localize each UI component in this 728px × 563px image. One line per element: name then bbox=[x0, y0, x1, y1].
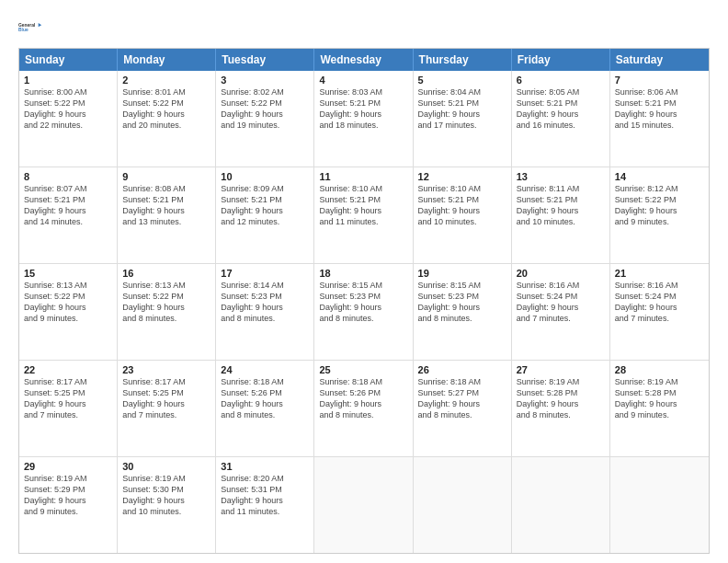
calendar-cell-12: 12Sunrise: 8:10 AMSunset: 5:21 PMDayligh… bbox=[414, 167, 512, 263]
day-num: 23 bbox=[122, 364, 210, 375]
svg-text:Blue: Blue bbox=[18, 28, 28, 32]
day-num: 28 bbox=[615, 364, 704, 375]
calendar-cell-empty-w4d4 bbox=[414, 457, 512, 553]
col-header-tuesday: Tuesday bbox=[216, 49, 314, 71]
day-info: Sunrise: 8:04 AMSunset: 5:21 PMDaylight:… bbox=[418, 87, 482, 130]
day-num: 7 bbox=[615, 75, 704, 86]
week-row-2: 15Sunrise: 8:13 AMSunset: 5:22 PMDayligh… bbox=[19, 263, 709, 360]
day-num: 21 bbox=[615, 268, 704, 279]
day-num: 24 bbox=[221, 364, 309, 375]
calendar-cell-30: 30Sunrise: 8:19 AMSunset: 5:30 PMDayligh… bbox=[118, 457, 216, 553]
calendar-cell-20: 20Sunrise: 8:16 AMSunset: 5:24 PMDayligh… bbox=[512, 264, 610, 360]
calendar-body: 1Sunrise: 8:00 AMSunset: 5:22 PMDaylight… bbox=[19, 71, 709, 553]
col-header-monday: Monday bbox=[118, 49, 216, 71]
day-info: Sunrise: 8:02 AMSunset: 5:22 PMDaylight:… bbox=[221, 87, 284, 130]
calendar-cell-27: 27Sunrise: 8:19 AMSunset: 5:28 PMDayligh… bbox=[512, 361, 610, 456]
day-num: 4 bbox=[319, 75, 407, 86]
calendar-cell-9: 9Sunrise: 8:08 AMSunset: 5:21 PMDaylight… bbox=[118, 167, 216, 263]
day-info: Sunrise: 8:18 AMSunset: 5:26 PMDaylight:… bbox=[221, 377, 284, 419]
col-header-wednesday: Wednesday bbox=[314, 49, 413, 71]
calendar-header: SundayMondayTuesdayWednesdayThursdayFrid… bbox=[19, 49, 709, 71]
day-num: 30 bbox=[122, 461, 210, 472]
day-num: 14 bbox=[615, 171, 704, 182]
day-info: Sunrise: 8:09 AMSunset: 5:21 PMDaylight:… bbox=[221, 184, 284, 226]
day-info: Sunrise: 8:17 AMSunset: 5:25 PMDaylight:… bbox=[122, 377, 186, 419]
day-num: 8 bbox=[24, 171, 112, 182]
calendar-cell-13: 13Sunrise: 8:11 AMSunset: 5:21 PMDayligh… bbox=[512, 167, 610, 263]
calendar-cell-7: 7Sunrise: 8:06 AMSunset: 5:21 PMDaylight… bbox=[610, 71, 709, 167]
calendar-cell-3: 3Sunrise: 8:02 AMSunset: 5:22 PMDaylight… bbox=[216, 71, 314, 167]
calendar-cell-1: 1Sunrise: 8:00 AMSunset: 5:22 PMDaylight… bbox=[19, 71, 118, 167]
calendar-cell-21: 21Sunrise: 8:16 AMSunset: 5:24 PMDayligh… bbox=[610, 264, 709, 360]
logo-icon: General Blue bbox=[18, 15, 44, 40]
calendar-cell-17: 17Sunrise: 8:14 AMSunset: 5:23 PMDayligh… bbox=[216, 264, 314, 360]
week-row-1: 8Sunrise: 8:07 AMSunset: 5:21 PMDaylight… bbox=[19, 167, 709, 263]
calendar-cell-18: 18Sunrise: 8:15 AMSunset: 5:23 PMDayligh… bbox=[314, 264, 413, 360]
day-info: Sunrise: 8:17 AMSunset: 5:25 PMDaylight:… bbox=[24, 377, 87, 419]
calendar-cell-23: 23Sunrise: 8:17 AMSunset: 5:25 PMDayligh… bbox=[118, 361, 216, 456]
day-info: Sunrise: 8:12 AMSunset: 5:22 PMDaylight:… bbox=[615, 184, 678, 226]
day-info: Sunrise: 8:03 AMSunset: 5:21 PMDaylight:… bbox=[319, 87, 382, 130]
day-info: Sunrise: 8:14 AMSunset: 5:23 PMDaylight:… bbox=[221, 281, 284, 323]
day-info: Sunrise: 8:19 AMSunset: 5:30 PMDaylight:… bbox=[122, 474, 186, 516]
day-num: 20 bbox=[517, 268, 605, 279]
day-num: 2 bbox=[122, 75, 210, 86]
day-num: 25 bbox=[319, 364, 407, 375]
page-header: General Blue bbox=[18, 15, 710, 40]
day-info: Sunrise: 8:07 AMSunset: 5:21 PMDaylight:… bbox=[24, 184, 87, 226]
day-num: 17 bbox=[221, 268, 309, 279]
calendar-cell-empty-w4d6 bbox=[610, 457, 709, 553]
col-header-sunday: Sunday bbox=[19, 49, 118, 71]
day-num: 22 bbox=[24, 364, 112, 375]
day-num: 1 bbox=[24, 75, 112, 86]
calendar-cell-24: 24Sunrise: 8:18 AMSunset: 5:26 PMDayligh… bbox=[216, 361, 314, 456]
calendar-cell-28: 28Sunrise: 8:19 AMSunset: 5:28 PMDayligh… bbox=[610, 361, 709, 456]
day-num: 6 bbox=[517, 75, 605, 86]
day-num: 10 bbox=[221, 171, 309, 182]
day-info: Sunrise: 8:16 AMSunset: 5:24 PMDaylight:… bbox=[517, 281, 580, 323]
day-num: 19 bbox=[418, 268, 506, 279]
col-header-thursday: Thursday bbox=[414, 49, 512, 71]
day-info: Sunrise: 8:10 AMSunset: 5:21 PMDaylight:… bbox=[319, 184, 382, 226]
day-info: Sunrise: 8:19 AMSunset: 5:28 PMDaylight:… bbox=[615, 377, 678, 419]
day-info: Sunrise: 8:06 AMSunset: 5:21 PMDaylight:… bbox=[615, 87, 678, 130]
week-row-0: 1Sunrise: 8:00 AMSunset: 5:22 PMDaylight… bbox=[19, 71, 709, 167]
calendar-cell-19: 19Sunrise: 8:15 AMSunset: 5:23 PMDayligh… bbox=[414, 264, 512, 360]
day-info: Sunrise: 8:18 AMSunset: 5:27 PMDaylight:… bbox=[418, 377, 482, 419]
day-info: Sunrise: 8:15 AMSunset: 5:23 PMDaylight:… bbox=[319, 281, 382, 323]
calendar-cell-4: 4Sunrise: 8:03 AMSunset: 5:21 PMDaylight… bbox=[314, 71, 413, 167]
day-num: 31 bbox=[221, 461, 309, 472]
day-info: Sunrise: 8:20 AMSunset: 5:31 PMDaylight:… bbox=[221, 474, 284, 516]
calendar-cell-5: 5Sunrise: 8:04 AMSunset: 5:21 PMDaylight… bbox=[414, 71, 512, 167]
calendar-cell-empty-w4d3 bbox=[314, 457, 413, 553]
day-info: Sunrise: 8:13 AMSunset: 5:22 PMDaylight:… bbox=[24, 281, 87, 323]
day-info: Sunrise: 8:19 AMSunset: 5:29 PMDaylight:… bbox=[24, 474, 87, 516]
day-info: Sunrise: 8:19 AMSunset: 5:28 PMDaylight:… bbox=[517, 377, 580, 419]
calendar-cell-8: 8Sunrise: 8:07 AMSunset: 5:21 PMDaylight… bbox=[19, 167, 118, 263]
calendar-cell-29: 29Sunrise: 8:19 AMSunset: 5:29 PMDayligh… bbox=[19, 457, 118, 553]
day-num: 29 bbox=[24, 461, 112, 472]
calendar-cell-10: 10Sunrise: 8:09 AMSunset: 5:21 PMDayligh… bbox=[216, 167, 314, 263]
day-info: Sunrise: 8:10 AMSunset: 5:21 PMDaylight:… bbox=[418, 184, 482, 226]
svg-marker-2 bbox=[39, 23, 42, 27]
day-num: 3 bbox=[221, 75, 309, 86]
calendar-cell-31: 31Sunrise: 8:20 AMSunset: 5:31 PMDayligh… bbox=[216, 457, 314, 553]
calendar: SundayMondayTuesdayWednesdayThursdayFrid… bbox=[18, 48, 710, 554]
day-num: 12 bbox=[418, 171, 506, 182]
day-info: Sunrise: 8:15 AMSunset: 5:23 PMDaylight:… bbox=[418, 281, 482, 323]
day-info: Sunrise: 8:16 AMSunset: 5:24 PMDaylight:… bbox=[615, 281, 678, 323]
calendar-cell-2: 2Sunrise: 8:01 AMSunset: 5:22 PMDaylight… bbox=[118, 71, 216, 167]
calendar-cell-15: 15Sunrise: 8:13 AMSunset: 5:22 PMDayligh… bbox=[19, 264, 118, 360]
day-num: 9 bbox=[122, 171, 210, 182]
col-header-saturday: Saturday bbox=[610, 49, 709, 71]
week-row-3: 22Sunrise: 8:17 AMSunset: 5:25 PMDayligh… bbox=[19, 360, 709, 456]
day-info: Sunrise: 8:08 AMSunset: 5:21 PMDaylight:… bbox=[122, 184, 186, 226]
week-row-4: 29Sunrise: 8:19 AMSunset: 5:29 PMDayligh… bbox=[19, 456, 709, 553]
day-num: 13 bbox=[517, 171, 605, 182]
calendar-cell-16: 16Sunrise: 8:13 AMSunset: 5:22 PMDayligh… bbox=[118, 264, 216, 360]
day-info: Sunrise: 8:18 AMSunset: 5:26 PMDaylight:… bbox=[319, 377, 382, 419]
day-num: 11 bbox=[319, 171, 407, 182]
day-info: Sunrise: 8:01 AMSunset: 5:22 PMDaylight:… bbox=[122, 87, 186, 130]
day-num: 5 bbox=[418, 75, 506, 86]
day-info: Sunrise: 8:00 AMSunset: 5:22 PMDaylight:… bbox=[24, 87, 87, 130]
